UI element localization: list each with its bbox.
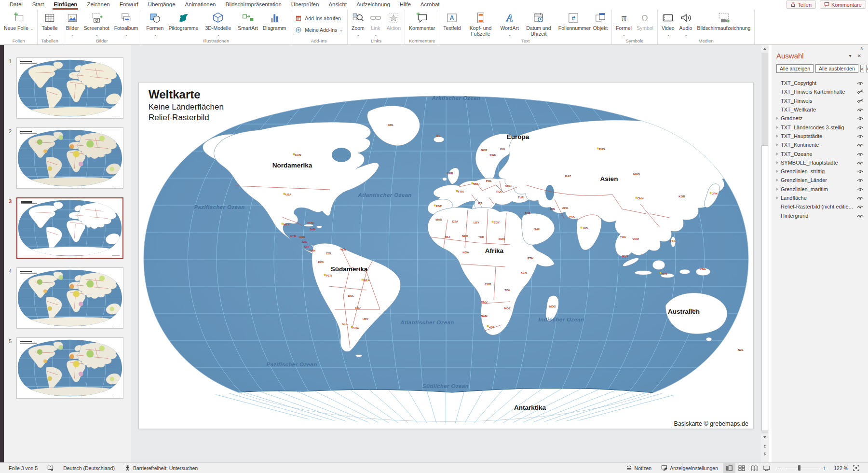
equation-button[interactable]: Formel⌄ bbox=[613, 10, 634, 38]
expand-triangle-icon[interactable] bbox=[776, 196, 781, 199]
my-add-ins-button[interactable]: Meine Add-Ins⌄ bbox=[292, 25, 346, 35]
layer-row[interactable]: TXT_Weltkarte bbox=[776, 105, 864, 114]
textbox-button[interactable]: Textfeld bbox=[441, 10, 463, 38]
expand-triangle-icon[interactable] bbox=[776, 188, 781, 191]
expand-triangle-icon[interactable] bbox=[776, 117, 781, 120]
comments-button[interactable]: Kommentare bbox=[820, 0, 866, 9]
slide-number-button[interactable]: Foliennummer bbox=[556, 10, 591, 38]
eye-icon[interactable] bbox=[856, 125, 864, 130]
icons-button[interactable]: Piktogramme bbox=[166, 10, 201, 38]
layer-row[interactable]: TXT_Hauptstädte bbox=[776, 132, 864, 140]
screen-recording-button[interactable]: Bildschirmaufzeichnung bbox=[694, 10, 753, 38]
zoom-button[interactable]: Zoom⌄ bbox=[349, 10, 367, 38]
smartart-button[interactable]: SmartArt bbox=[235, 10, 260, 38]
next-slide-button[interactable] bbox=[761, 451, 768, 458]
slide-title-block[interactable]: Weltkarte Keine Länderflächen Relief-Ras… bbox=[149, 87, 224, 123]
hide-all-button[interactable]: Alle ausblenden bbox=[815, 64, 858, 73]
menu-tab-hilfe[interactable]: Hilfe bbox=[395, 0, 416, 10]
slide-canvas[interactable]: Weltkarte Keine Länderflächen Relief-Ras… bbox=[131, 45, 761, 462]
screenshot-button[interactable]: Screenshot⌄ bbox=[81, 10, 112, 38]
layer-row[interactable]: SYMBOLE_Hauptstädte bbox=[776, 158, 864, 167]
slide-thumbnail-3-selected[interactable] bbox=[16, 197, 123, 259]
eye-off-icon[interactable] bbox=[856, 89, 864, 95]
pane-scroll-up-icon[interactable]: ∧ bbox=[860, 46, 863, 51]
slide-sorter-view-button[interactable] bbox=[735, 463, 748, 473]
menu-tab-datei[interactable]: Datei bbox=[5, 0, 27, 10]
3d-models-button[interactable]: 3D-Modelle ⌄ bbox=[201, 10, 235, 38]
shapes-button[interactable]: Formen⌄ bbox=[144, 10, 166, 38]
layer-row[interactable]: TXT_Copyright bbox=[776, 79, 864, 87]
layer-row[interactable]: Relief-Rasterbild (nicht editie... bbox=[776, 202, 864, 211]
zoom-out-button[interactable]: − bbox=[777, 464, 782, 472]
thumbnail-row-3[interactable]: 3 bbox=[4, 197, 131, 259]
layer-row[interactable]: Landfläche bbox=[776, 194, 864, 202]
pane-options-chevron-icon[interactable]: ▾ bbox=[846, 53, 854, 58]
slide-thumbnail-4[interactable] bbox=[16, 267, 123, 329]
eye-off-icon[interactable] bbox=[856, 98, 864, 104]
vertical-scrollbar[interactable] bbox=[761, 45, 769, 462]
world-map[interactable]: GRLISLCANUSAMEXCUBJAMGTMHNDNICCRIPANCOLV… bbox=[139, 83, 753, 429]
date-time-button[interactable]: Datum und Uhrzeit bbox=[521, 10, 556, 38]
object-button[interactable]: Objekt bbox=[591, 10, 610, 38]
new-comment-button[interactable]: Kommentar bbox=[407, 10, 437, 38]
layer-row[interactable]: Gradnetz bbox=[776, 114, 864, 123]
chart-button[interactable]: Diagramm bbox=[260, 10, 288, 38]
slideshow-view-button[interactable] bbox=[760, 463, 773, 473]
photo-album-button[interactable]: Fotoalbum⌄ bbox=[112, 10, 141, 38]
menu-tab-ansicht[interactable]: Ansicht bbox=[324, 0, 352, 10]
scroll-up-button[interactable] bbox=[761, 45, 768, 52]
new-slide-button[interactable]: Neue Folie ⌄ bbox=[1, 10, 36, 38]
pane-close-icon[interactable]: ✕ bbox=[854, 53, 864, 58]
menu-tab-bildschirmpraesentation[interactable]: Bildschirmpräsentation bbox=[221, 0, 286, 10]
expand-triangle-icon[interactable] bbox=[776, 170, 781, 173]
eye-icon[interactable] bbox=[856, 186, 864, 192]
expand-triangle-icon[interactable] bbox=[776, 179, 781, 181]
eye-icon[interactable] bbox=[856, 115, 864, 121]
notes-button[interactable]: Notizen bbox=[621, 463, 657, 473]
language-indicator[interactable]: Deutsch (Deutschland) bbox=[58, 463, 120, 473]
layer-row[interactable]: Grenzlinien_maritim bbox=[776, 185, 864, 194]
zoom-percentage[interactable]: 122 % bbox=[831, 465, 848, 471]
link-button[interactable]: Link⌄ bbox=[367, 10, 384, 38]
layer-row[interactable]: Grenzlinien_strittig bbox=[776, 167, 864, 176]
header-footer-button[interactable]: Kopf- und Fußzeile bbox=[463, 10, 498, 38]
reading-view-button[interactable] bbox=[748, 463, 760, 473]
eye-icon[interactable] bbox=[856, 204, 864, 209]
menu-tab-ueberpruefen[interactable]: Überprüfen bbox=[286, 0, 324, 10]
slide[interactable]: Weltkarte Keine Länderflächen Relief-Ras… bbox=[139, 83, 753, 429]
audio-button[interactable]: Audio⌄ bbox=[677, 10, 695, 38]
slide-thumbnail-2[interactable] bbox=[16, 127, 123, 189]
menu-tab-aufzeichnung[interactable]: Aufzeichnung bbox=[352, 0, 395, 10]
layer-row[interactable]: Grenzlinien_Länder bbox=[776, 176, 864, 184]
eye-icon[interactable] bbox=[856, 195, 864, 201]
thumbnail-row-4[interactable]: 4 bbox=[4, 267, 131, 329]
share-button[interactable]: Teilen bbox=[786, 0, 816, 9]
zoom-slider-thumb[interactable] bbox=[798, 465, 800, 471]
layer-row[interactable]: TXT_Ländercodes 3-stellig bbox=[776, 123, 864, 131]
show-all-button[interactable]: Alle anzeigen bbox=[776, 64, 814, 73]
expand-triangle-icon[interactable] bbox=[776, 126, 781, 129]
thumbnail-row-5[interactable]: 5 bbox=[4, 337, 131, 399]
video-button[interactable]: Video⌄ bbox=[659, 10, 677, 38]
eye-icon[interactable] bbox=[856, 151, 864, 157]
eye-icon[interactable] bbox=[856, 160, 864, 166]
menu-tab-acrobat[interactable]: Acrobat bbox=[416, 0, 445, 10]
menu-tab-zeichnen[interactable]: Zeichnen bbox=[82, 0, 114, 10]
layer-row[interactable]: TXT_Hinweis Karteninhalte bbox=[776, 87, 864, 96]
expand-triangle-icon[interactable] bbox=[776, 135, 781, 138]
action-button[interactable]: Aktion bbox=[384, 10, 403, 38]
layer-row[interactable]: TXT_Hinweis bbox=[776, 97, 864, 105]
menu-tab-animationen[interactable]: Animationen bbox=[180, 0, 221, 10]
get-addins-button[interactable]: Add-Ins abrufen bbox=[292, 14, 346, 23]
wordart-button[interactable]: WordArt⌄ bbox=[498, 10, 521, 38]
layer-row[interactable]: TXT_Ozeane bbox=[776, 149, 864, 158]
menu-tab-start[interactable]: Start bbox=[27, 0, 49, 10]
display-settings-button[interactable]: Anzeigeeinstellungen bbox=[656, 463, 723, 473]
bring-forward-button[interactable]: ∧ bbox=[860, 65, 864, 72]
menu-tab-entwurf[interactable]: Entwurf bbox=[115, 0, 143, 10]
eye-icon[interactable] bbox=[856, 80, 864, 86]
symbol-button[interactable]: Symbol bbox=[634, 10, 656, 38]
thumbnail-row-2[interactable]: 2 bbox=[4, 127, 131, 189]
eye-icon[interactable] bbox=[856, 133, 864, 139]
send-backward-button[interactable]: ∨ bbox=[866, 65, 868, 72]
